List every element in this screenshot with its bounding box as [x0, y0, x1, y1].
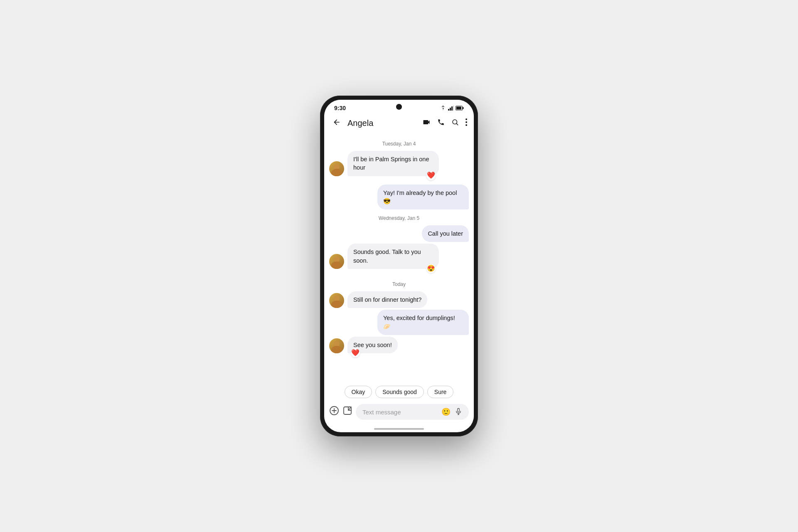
smart-reply-sounds-good[interactable]: Sounds good: [375, 386, 424, 398]
bubble-wrap-received-2: Sounds good. Talk to you soon. 😍: [347, 244, 439, 269]
svg-point-10: [466, 124, 467, 126]
smart-replies: Okay Sounds good Sure: [324, 382, 474, 401]
date-label-1: Tuesday, Jan 4: [329, 141, 469, 147]
more-options-button[interactable]: [466, 118, 467, 128]
add-icon: [329, 406, 339, 416]
app-bar-icons: [422, 118, 467, 128]
reaction-heart-2: ❤️: [351, 348, 360, 357]
sticker-icon: [342, 406, 352, 416]
signal-icon: [448, 106, 454, 111]
svg-point-8: [466, 118, 467, 120]
input-bar: Text message 🙂: [324, 401, 474, 426]
bubble-received-3: Still on for dinner tonight?: [347, 291, 427, 308]
bubble-received-1: I'll be in Palm Springs in one hour ❤️: [347, 151, 439, 176]
avatar-received-4: [329, 338, 344, 353]
camera-notch: [396, 104, 402, 110]
input-placeholder: Text message: [362, 409, 401, 416]
bubble-received-4: See you soon! ❤️: [347, 337, 398, 353]
message-row-received-3: Still on for dinner tonight?: [329, 291, 469, 308]
phone-icon: [437, 118, 445, 126]
sticker-button[interactable]: [342, 406, 352, 418]
bubble-sent-1: Yay! I'm already by the pool 😎: [377, 185, 469, 210]
bubble-wrap-received-3: Still on for dinner tonight?: [347, 291, 427, 308]
bubble-wrap-received-4: See you soon! ❤️: [347, 337, 398, 353]
svg-rect-5: [463, 107, 464, 109]
status-icons: [440, 106, 464, 111]
wifi-icon: [440, 106, 446, 111]
more-vertical-icon: [466, 118, 467, 126]
back-arrow-icon: [332, 118, 341, 126]
svg-point-9: [466, 121, 467, 123]
date-label-3: Today: [329, 281, 469, 287]
message-row-sent-3: Yes, excited for dumplings! 🥟: [329, 310, 469, 335]
add-button[interactable]: [329, 406, 339, 418]
svg-rect-1: [450, 108, 451, 111]
emoji-icon[interactable]: 🙂: [441, 407, 451, 416]
message-row-sent-1: Yay! I'm already by the pool 😎: [329, 185, 469, 210]
svg-rect-6: [456, 107, 461, 110]
message-row-received-2: Sounds good. Talk to you soon. 😍: [329, 244, 469, 269]
phone-screen: 9:30: [324, 100, 474, 432]
bubble-sent-3: Yes, excited for dumplings! 🥟: [377, 310, 469, 335]
home-indicator: [374, 428, 424, 430]
battery-icon: [456, 106, 464, 111]
status-bar: 9:30: [324, 100, 474, 113]
bubble-wrap: I'll be in Palm Springs in one hour ❤️: [347, 151, 439, 176]
messages-area[interactable]: Tuesday, Jan 4 I'll be in Palm Springs i…: [324, 133, 474, 382]
reaction-heart-1: ❤️: [426, 171, 436, 180]
search-icon: [451, 118, 459, 126]
video-call-button[interactable]: [422, 118, 431, 128]
back-button[interactable]: [331, 116, 342, 130]
bubble-wrap-sent-1: Yay! I'm already by the pool 😎: [377, 185, 469, 210]
reaction-heart-eyes-1: 😍: [426, 264, 436, 273]
mic-icon[interactable]: [455, 408, 462, 416]
avatar-received-2: [329, 254, 344, 269]
svg-rect-13: [458, 408, 460, 412]
svg-rect-2: [451, 106, 453, 111]
smart-reply-okay[interactable]: Okay: [345, 386, 372, 398]
bubble-received-2: Sounds good. Talk to you soon. 😍: [347, 244, 439, 269]
bubble-wrap-sent-2: Call you later: [422, 225, 469, 242]
app-bar: Angela: [324, 113, 474, 133]
message-row-received-4: See you soon! ❤️: [329, 337, 469, 353]
bubble-wrap-sent-3: Yes, excited for dumplings! 🥟: [377, 310, 469, 335]
message-row-sent-2: Call you later: [329, 225, 469, 242]
text-message-input[interactable]: Text message 🙂: [356, 404, 469, 420]
video-camera-icon: [422, 118, 431, 126]
message-row: I'll be in Palm Springs in one hour ❤️: [329, 151, 469, 176]
bubble-sent-2: Call you later: [422, 225, 469, 242]
svg-rect-3: [453, 106, 454, 111]
status-time: 9:30: [334, 105, 346, 111]
contact-name: Angela: [347, 118, 417, 128]
phone-call-button[interactable]: [437, 118, 445, 128]
svg-rect-0: [448, 109, 449, 111]
date-label-2: Wednesday, Jan 5: [329, 215, 469, 221]
input-icons: 🙂: [441, 407, 462, 416]
avatar-received-3: [329, 293, 344, 308]
search-button[interactable]: [451, 118, 459, 128]
avatar-received-1: [329, 161, 344, 176]
smart-reply-sure[interactable]: Sure: [427, 386, 454, 398]
phone-device: 9:30: [320, 96, 478, 436]
